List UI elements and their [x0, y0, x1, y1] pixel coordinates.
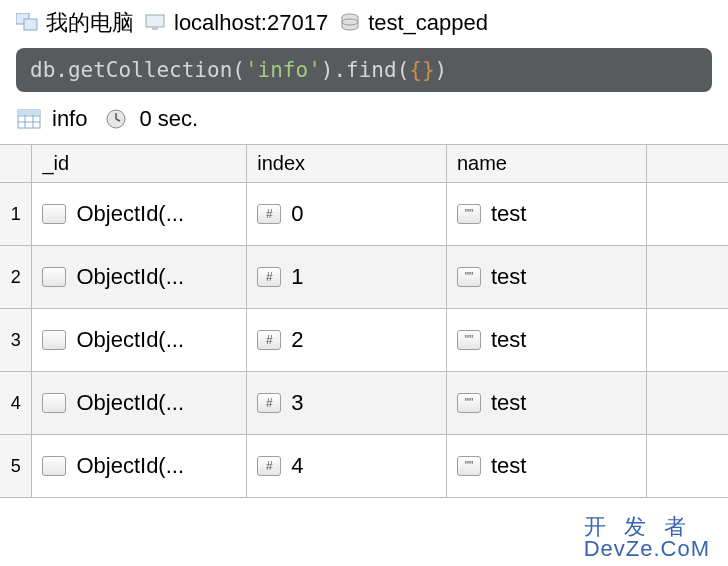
- cell-gap: [646, 309, 728, 372]
- row-number: 2: [0, 246, 32, 309]
- svg-rect-3: [152, 27, 158, 30]
- table-header-row: _id index name: [0, 145, 728, 183]
- cell-name-value: test: [491, 390, 526, 416]
- header-name[interactable]: name: [446, 145, 646, 183]
- cell-index-value: 4: [291, 453, 303, 479]
- string-type-icon: "": [457, 267, 481, 287]
- status-row: info 0 sec.: [0, 92, 728, 145]
- breadcrumb-collection[interactable]: test_capped: [338, 10, 488, 36]
- table-row[interactable]: 3ObjectId(...#2""test: [0, 309, 728, 372]
- object-type-icon: [42, 456, 66, 476]
- breadcrumb-host[interactable]: localhost:27017: [144, 10, 328, 36]
- cell-gap: [646, 372, 728, 435]
- computer-icon: [16, 12, 40, 34]
- cell-name[interactable]: ""test: [446, 309, 646, 372]
- cell-name[interactable]: ""test: [446, 183, 646, 246]
- monitor-icon: [144, 12, 168, 34]
- clock-icon: [103, 108, 129, 130]
- watermark-line1: 开发者: [584, 516, 710, 538]
- breadcrumb-computer[interactable]: 我的电脑: [16, 8, 134, 38]
- breadcrumb: 我的电脑 localhost:27017 test_capped: [0, 0, 728, 48]
- row-number: 1: [0, 183, 32, 246]
- cell-id-value: ObjectId(...: [76, 453, 184, 479]
- watermark: 开发者 DevZe.CoM: [584, 516, 710, 560]
- cell-gap: [646, 183, 728, 246]
- row-number: 4: [0, 372, 32, 435]
- cell-name-value: test: [491, 453, 526, 479]
- object-type-icon: [42, 267, 66, 287]
- cell-name-value: test: [491, 201, 526, 227]
- cell-name[interactable]: ""test: [446, 435, 646, 498]
- grid-icon[interactable]: [16, 108, 42, 130]
- number-type-icon: #: [257, 267, 281, 287]
- table-row[interactable]: 5ObjectId(...#4""test: [0, 435, 728, 498]
- cell-gap: [646, 435, 728, 498]
- header-id[interactable]: _id: [32, 145, 247, 183]
- header-index[interactable]: index: [247, 145, 447, 183]
- cell-index-value: 0: [291, 201, 303, 227]
- table-row[interactable]: 1ObjectId(...#0""test: [0, 183, 728, 246]
- cell-index[interactable]: #2: [247, 309, 447, 372]
- cell-id-value: ObjectId(...: [76, 390, 184, 416]
- query-bar[interactable]: db.getCollection('info').find({}): [16, 48, 712, 92]
- cell-index[interactable]: #3: [247, 372, 447, 435]
- cell-id[interactable]: ObjectId(...: [32, 183, 247, 246]
- number-type-icon: #: [257, 330, 281, 350]
- query-prefix: db.getCollection(: [30, 58, 245, 82]
- cell-index[interactable]: #0: [247, 183, 447, 246]
- cell-id[interactable]: ObjectId(...: [32, 372, 247, 435]
- cell-name-value: test: [491, 327, 526, 353]
- breadcrumb-computer-label: 我的电脑: [46, 8, 134, 38]
- cell-id-value: ObjectId(...: [76, 327, 184, 353]
- string-type-icon: "": [457, 330, 481, 350]
- query-arg: 'info': [245, 58, 321, 82]
- svg-rect-1: [24, 19, 37, 30]
- cell-id[interactable]: ObjectId(...: [32, 246, 247, 309]
- cell-index[interactable]: #4: [247, 435, 447, 498]
- cell-name[interactable]: ""test: [446, 246, 646, 309]
- cell-name-value: test: [491, 264, 526, 290]
- breadcrumb-collection-label: test_capped: [368, 10, 488, 36]
- cell-index-value: 2: [291, 327, 303, 353]
- database-icon: [338, 12, 362, 34]
- table-row[interactable]: 4ObjectId(...#3""test: [0, 372, 728, 435]
- number-type-icon: #: [257, 393, 281, 413]
- cell-id[interactable]: ObjectId(...: [32, 309, 247, 372]
- results-table: _id index name 1ObjectId(...#0""test2Obj…: [0, 145, 728, 498]
- query-mid: ).find(: [321, 58, 410, 82]
- svg-rect-2: [146, 15, 164, 27]
- object-type-icon: [42, 393, 66, 413]
- cell-index[interactable]: #1: [247, 246, 447, 309]
- object-type-icon: [42, 330, 66, 350]
- cell-index-value: 1: [291, 264, 303, 290]
- status-tab-label: info: [52, 106, 87, 132]
- row-number: 5: [0, 435, 32, 498]
- table-row[interactable]: 2ObjectId(...#1""test: [0, 246, 728, 309]
- cell-id[interactable]: ObjectId(...: [32, 435, 247, 498]
- cell-id-value: ObjectId(...: [76, 201, 184, 227]
- svg-rect-11: [18, 110, 40, 115]
- status-time-label: 0 sec.: [139, 106, 198, 132]
- string-type-icon: "": [457, 204, 481, 224]
- cell-index-value: 3: [291, 390, 303, 416]
- string-type-icon: "": [457, 456, 481, 476]
- cell-id-value: ObjectId(...: [76, 264, 184, 290]
- query-suffix: ): [435, 58, 448, 82]
- gutter-header: [0, 145, 32, 183]
- cell-gap: [646, 246, 728, 309]
- breadcrumb-host-label: localhost:27017: [174, 10, 328, 36]
- number-type-icon: #: [257, 204, 281, 224]
- number-type-icon: #: [257, 456, 281, 476]
- row-number: 3: [0, 309, 32, 372]
- header-gap: [646, 145, 728, 183]
- query-braces: {}: [409, 58, 434, 82]
- watermark-line2: DevZe.CoM: [584, 538, 710, 560]
- cell-name[interactable]: ""test: [446, 372, 646, 435]
- string-type-icon: "": [457, 393, 481, 413]
- object-type-icon: [42, 204, 66, 224]
